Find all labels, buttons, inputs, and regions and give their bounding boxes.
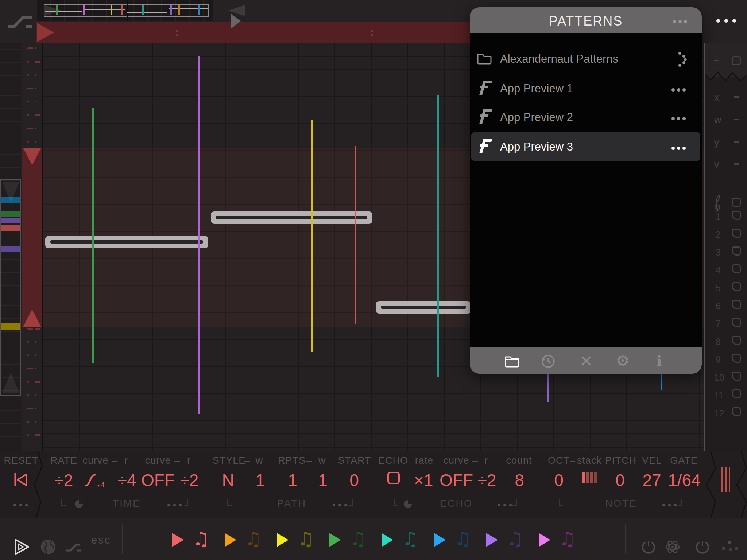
range-strip-bottom-triangle[interactable] (23, 310, 41, 327)
slot-button-12[interactable] (732, 407, 741, 416)
playhead-6-note-button[interactable]: ♫ (454, 528, 472, 550)
more-button[interactable] (669, 145, 686, 151)
close-icon[interactable] (578, 353, 595, 369)
playhead-lines-button[interactable] (720, 467, 735, 496)
slot-button-5[interactable] (732, 282, 741, 291)
rate-r-value[interactable]: ÷4 (118, 470, 136, 490)
pattern-list-item[interactable]: Alexandernaut Patterns (471, 44, 700, 73)
playhead-8-play-button[interactable] (539, 533, 550, 547)
pattern-minimap[interactable] (36, 0, 213, 21)
playhead-5-note-button[interactable]: ♫ (402, 528, 419, 550)
axis-value-v[interactable] (734, 163, 739, 165)
settings-gear-icon[interactable]: ⚙ (614, 353, 631, 369)
playhead-3-play-button[interactable] (277, 533, 289, 547)
active-range-strip[interactable] (22, 148, 42, 327)
keyboard-column[interactable] (0, 43, 21, 451)
clef-slot-square[interactable] (732, 198, 741, 207)
echo-curve-value[interactable]: OFF (440, 470, 473, 490)
more-button[interactable] (669, 115, 686, 122)
key-range-selection[interactable] (0, 179, 21, 396)
range-strip-top-triangle[interactable] (23, 148, 41, 165)
playhead-line[interactable] (92, 108, 94, 363)
playhead-2-note-button[interactable]: ♫ (245, 528, 262, 550)
folder-tab-icon[interactable] (504, 353, 520, 369)
playhead-7-play-button[interactable] (486, 533, 498, 547)
note-bar[interactable] (45, 236, 208, 248)
play-all-button[interactable] (13, 538, 30, 557)
playhead-5-play-button[interactable] (382, 533, 393, 547)
reset-more-button[interactable] (10, 502, 28, 508)
echo-count-value[interactable]: 8 (515, 470, 524, 490)
power-icon[interactable] (694, 539, 711, 556)
gate-value[interactable]: 1/64 (668, 470, 701, 490)
oct-value[interactable]: 0 (554, 470, 564, 490)
playhead-8-note-button[interactable]: ♫ (559, 528, 576, 550)
rpts-w-value[interactable]: 1 (318, 470, 328, 490)
slot-button-8[interactable] (732, 336, 741, 345)
echo-more-button[interactable] (494, 502, 512, 508)
slot-button-9[interactable] (732, 354, 741, 363)
vel-value[interactable]: 27 (642, 470, 661, 490)
playhead-line[interactable] (661, 372, 662, 390)
esc-button[interactable]: esc (91, 534, 111, 546)
stack-bars-indicator[interactable] (582, 451, 600, 491)
echo-r-value[interactable]: ÷2 (478, 470, 496, 490)
slot-button-1[interactable] (732, 211, 741, 220)
slot-button-6[interactable] (732, 300, 741, 309)
path-more-button[interactable] (329, 502, 347, 508)
panel-menu-button[interactable] (671, 18, 687, 25)
curve2-r-value[interactable]: ÷2 (180, 470, 199, 490)
history-icon[interactable] (539, 353, 556, 369)
echo-toggle-button[interactable] (387, 472, 400, 484)
style-value[interactable]: N (222, 470, 234, 490)
axis-value-w[interactable] (734, 119, 739, 120)
pattern-list-item[interactable]: App Preview 1 (471, 74, 700, 102)
time-pie-icon[interactable] (74, 499, 84, 510)
power-icon[interactable] (640, 539, 657, 556)
globe-icon[interactable] (40, 539, 56, 556)
pattern-list-item[interactable]: App Preview 2 (471, 103, 700, 131)
sidebar-minus[interactable] (714, 60, 719, 61)
sidebar-square-button[interactable] (732, 56, 741, 65)
time-more-button[interactable] (164, 502, 182, 508)
playhead-4-play-button[interactable] (329, 533, 341, 547)
playhead-start-triangle[interactable] (37, 23, 54, 42)
echo-pie-icon[interactable] (403, 499, 413, 510)
start-value[interactable]: 0 (349, 470, 359, 490)
slot-button-2[interactable] (732, 229, 741, 238)
style-w-value[interactable]: 1 (255, 470, 265, 490)
pixels-icon[interactable] (721, 540, 739, 555)
playhead-1-play-button[interactable] (172, 533, 184, 547)
playhead-line[interactable] (437, 95, 439, 377)
playhead-line[interactable] (198, 56, 200, 414)
pattern-list-item[interactable]: App Preview 3 (471, 132, 700, 161)
slot-button-4[interactable] (732, 264, 741, 273)
rate-value[interactable]: ÷2 (55, 470, 73, 490)
ramp-signature-icon[interactable] (66, 542, 85, 554)
note-bar[interactable] (211, 211, 372, 224)
playhead-line[interactable] (311, 120, 313, 352)
axis-value-x[interactable] (734, 96, 739, 98)
echo-rate-value[interactable]: ×1 (414, 470, 433, 490)
curve-shape-icon[interactable]: 4 (85, 473, 107, 489)
playhead-6-play-button[interactable] (434, 533, 446, 547)
playhead-1-note-button[interactable]: ♫ (193, 528, 210, 550)
slot-button-10[interactable] (732, 372, 741, 381)
range-bottom-triangle[interactable] (3, 372, 19, 393)
curve2-value[interactable]: OFF (141, 470, 175, 490)
axis-value-y[interactable] (734, 141, 739, 143)
range-top-triangle[interactable] (3, 182, 19, 202)
skip-back-icon[interactable] (13, 472, 29, 489)
slot-button-7[interactable] (732, 318, 741, 327)
slot-button-11[interactable] (732, 389, 741, 398)
atom-icon[interactable] (665, 539, 681, 556)
note-more-button[interactable] (659, 502, 677, 508)
playhead-7-note-button[interactable]: ♫ (507, 528, 524, 550)
playhead-4-note-button[interactable]: ♫ (350, 528, 367, 550)
more-button[interactable] (669, 86, 686, 93)
playhead-line[interactable] (355, 146, 356, 324)
drag-handle-icon[interactable] (678, 51, 687, 69)
pitch-value[interactable]: 0 (615, 470, 625, 490)
playhead-2-play-button[interactable] (225, 533, 236, 547)
info-icon[interactable]: i (651, 353, 667, 369)
